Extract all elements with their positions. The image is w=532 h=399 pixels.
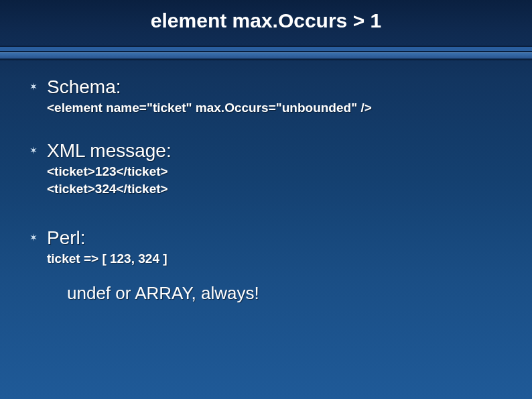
list-item: Perl: ticket => [ 123, 324 ] <box>20 226 505 267</box>
section-heading: Schema: <box>47 75 505 99</box>
star-bullet-icon <box>20 75 47 91</box>
star-bullet-icon <box>20 139 47 155</box>
list-item: Schema: <element name="ticket" max.Occur… <box>20 75 505 116</box>
code-line: <ticket>324</ticket> <box>47 181 505 197</box>
slide-title: element max.Occurs > 1 <box>0 0 532 42</box>
section-heading: XML message: <box>47 139 505 162</box>
final-line: undef or ARRAY, always! <box>67 283 505 304</box>
section-heading: Perl: <box>47 226 505 249</box>
code-line: <ticket>123</ticket> <box>47 164 505 180</box>
divider-bands <box>0 46 532 60</box>
star-bullet-icon <box>20 226 47 242</box>
slide-content: Schema: <element name="ticket" max.Occur… <box>0 60 532 304</box>
code-line: ticket => [ 123, 324 ] <box>47 251 505 267</box>
list-item: XML message: <ticket>123</ticket> <ticke… <box>20 139 505 197</box>
code-line: <element name="ticket" max.Occurs="unbou… <box>47 100 505 116</box>
